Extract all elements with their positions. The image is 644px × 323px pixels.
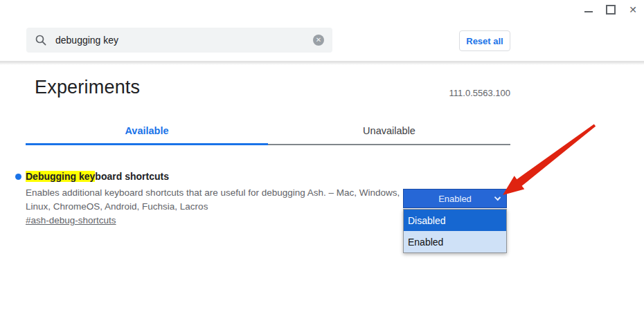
reset-all-button[interactable]: Reset all [459,30,510,51]
flag-title: Debugging keyboard shortcuts [26,171,169,182]
window-controls: ✕ [579,1,643,18]
flag-select[interactable]: Enabled [403,189,507,208]
flag-title-search-highlight: Debugging key [26,171,95,182]
option-enabled[interactable]: Enabled [404,231,506,252]
header-divider [0,61,644,65]
maximize-icon [606,5,616,15]
search-input[interactable] [54,34,313,46]
search-box: ✕ [26,28,332,53]
flag-bullet-icon [15,174,21,180]
maximize-button[interactable] [601,1,620,18]
tab-unavailable[interactable]: Unavailable [268,118,510,145]
minimize-button[interactable] [579,1,598,18]
clear-search-icon[interactable]: ✕ [313,35,324,46]
minimize-icon [584,11,593,12]
close-icon: ✕ [629,5,637,15]
search-icon [35,34,47,46]
close-button[interactable]: ✕ [623,1,643,18]
tab-available[interactable]: Available [26,118,268,145]
flag-select-value: Enabled [438,194,472,204]
tab-bar: Available Unavailable [26,118,510,145]
flag-description: Enables additional keyboard shortcuts th… [26,186,408,214]
flag-title-rest: board shortcuts [95,171,169,182]
page-title: Experiments [35,77,140,98]
option-disabled[interactable]: Disabled [404,210,506,231]
chevron-down-icon [494,194,501,201]
flag-permalink[interactable]: #ash-debug-shortcuts [26,215,116,225]
annotation-arrow-shape [503,124,596,195]
flag-select-dropdown: Disabled Enabled [403,209,507,253]
version-number: 111.0.5563.100 [449,88,510,98]
